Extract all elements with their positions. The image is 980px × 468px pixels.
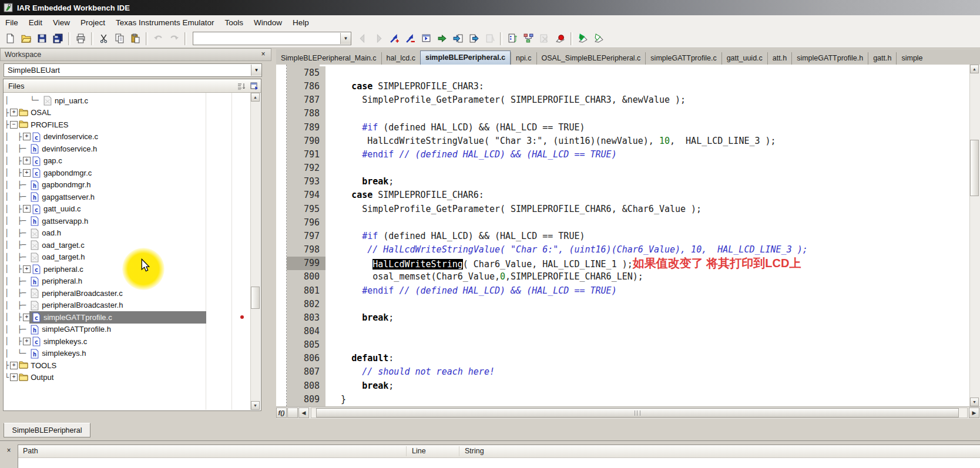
scroll-down-icon[interactable]: ▼ bbox=[970, 398, 979, 406]
toggle-breakpoint-icon[interactable] bbox=[552, 31, 568, 46]
editor-tab-simplebleperipheral-c[interactable]: simpleBLEPeripheral.c bbox=[420, 50, 511, 65]
tree-scrollbar-thumb[interactable] bbox=[251, 287, 260, 309]
print-icon[interactable] bbox=[73, 31, 89, 46]
editor-tab-gatt-uuid-c[interactable]: gatt_uuid.c bbox=[721, 52, 767, 65]
tree-item-gapbondmgr-c[interactable]: │ ├+cgapbondmgr.c bbox=[5, 167, 252, 179]
save-all-icon[interactable] bbox=[50, 31, 66, 46]
editor-vscrollbar[interactable]: ▲ ▼ bbox=[969, 65, 980, 406]
file-options-icon[interactable] bbox=[248, 80, 261, 91]
browse-symbols-icon[interactable] bbox=[505, 31, 521, 46]
compile-icon[interactable] bbox=[450, 31, 466, 46]
expand-icon[interactable]: + bbox=[23, 169, 31, 177]
editor-hscrollbar[interactable]: f() ◀ ▶ bbox=[276, 406, 980, 419]
build-all-icon[interactable] bbox=[466, 31, 482, 46]
cut-icon[interactable] bbox=[96, 31, 112, 46]
tree-item-tools[interactable]: ├+TOOLS bbox=[5, 359, 252, 372]
menu-file[interactable]: File bbox=[0, 16, 24, 29]
expand-icon[interactable]: + bbox=[23, 205, 31, 213]
chevron-down-icon[interactable]: ▼ bbox=[340, 33, 351, 44]
editor-tab-osal-simplebleperipheral-c[interactable]: OSAL_SimpleBLEPeripheral.c bbox=[536, 52, 646, 65]
tree-item-devinfoservice-c[interactable]: │ ├+cdevinfoservice.c bbox=[5, 131, 252, 143]
scroll-up-icon[interactable]: ▲ bbox=[251, 93, 260, 102]
copy-icon[interactable] bbox=[112, 31, 127, 46]
editor-hscrollbar-thumb[interactable] bbox=[316, 408, 959, 418]
menu-edit[interactable]: Edit bbox=[24, 16, 48, 29]
menu-help[interactable]: Help bbox=[287, 16, 314, 29]
expand-icon[interactable]: + bbox=[23, 314, 31, 321]
tree-item-profiles[interactable]: ├−PROFILES bbox=[5, 119, 252, 131]
tree-item-simplegattprofile-c[interactable]: │ ├+csimpleGATTprofile.c bbox=[5, 311, 252, 324]
paste-icon[interactable] bbox=[127, 31, 143, 46]
goto-source-icon[interactable] bbox=[418, 31, 434, 46]
menu-view[interactable]: View bbox=[48, 16, 75, 29]
editor-tab-att-h[interactable]: att.h bbox=[767, 52, 791, 65]
tree-scrollbar[interactable]: ▲ ▼ bbox=[250, 93, 260, 410]
debug-without-downloading-icon[interactable] bbox=[591, 31, 607, 46]
expand-icon[interactable]: + bbox=[23, 157, 31, 164]
editor-hscrollbar-track[interactable] bbox=[311, 408, 968, 418]
tree-item-gatt-uuid-c[interactable]: │ ├+cgatt_uuid.c bbox=[5, 203, 252, 216]
expand-icon[interactable]: + bbox=[10, 373, 18, 381]
editor-tab-hal-lcd-c[interactable]: hal_lcd.c bbox=[381, 52, 420, 65]
editor-vscrollbar-thumb[interactable] bbox=[970, 140, 979, 196]
editor-tab-simplegattprofile-h[interactable]: simpleGATTprofile.h bbox=[791, 52, 868, 65]
download-and-debug-icon[interactable] bbox=[575, 31, 591, 46]
collapse-icon[interactable]: − bbox=[10, 121, 18, 129]
sort-order-icon[interactable] bbox=[235, 80, 248, 91]
split-window-button[interactable] bbox=[287, 408, 298, 418]
tree-item-gapbondmgr-h[interactable]: │ ├─ hgapbondmgr.h bbox=[5, 179, 252, 191]
scroll-right-icon[interactable]: ▶ bbox=[969, 408, 979, 418]
editor-tab-simplegattprofile-c[interactable]: simpleGATTprofile.c bbox=[645, 52, 721, 65]
call-graph-icon[interactable] bbox=[521, 31, 536, 46]
configuration-select[interactable]: SimpleBLEUart ▼ bbox=[4, 63, 262, 77]
tree-item-simplekeys-c[interactable]: │ ├+csimplekeys.c bbox=[5, 335, 252, 348]
function-list-button[interactable]: f() bbox=[276, 408, 287, 418]
expand-icon[interactable]: + bbox=[23, 265, 31, 273]
tree-item-oad-target-h[interactable]: │ ├─ oad_target.h bbox=[5, 251, 252, 264]
next-bookmark-icon[interactable] bbox=[402, 31, 418, 46]
workspace-close-icon[interactable]: × bbox=[259, 50, 268, 59]
tree-item-osal[interactable]: ├+OSAL bbox=[5, 107, 252, 119]
menu-window[interactable]: Window bbox=[249, 16, 287, 29]
expand-icon[interactable]: + bbox=[23, 338, 31, 345]
tree-item-oad-target-c[interactable]: │ ├─ oad_target.c bbox=[5, 239, 252, 251]
editor-tab-simple[interactable]: simple bbox=[896, 52, 927, 65]
editor-tab-simplebleperipheral-main-c[interactable]: SimpleBLEPeripheral_Main.c bbox=[276, 52, 381, 65]
code-editor[interactable]: 785786 case SIMPLEPROFILE_CHAR3:787 Simp… bbox=[276, 65, 980, 406]
tree-item-simplegattprofile-h[interactable]: │ ├─ hsimpleGATTprofile.h bbox=[5, 324, 252, 336]
tree-item-simplekeys-h[interactable]: │ └─ hsimplekeys.h bbox=[5, 348, 252, 360]
tree-item-peripheral-h[interactable]: │ ├─ hperipheral.h bbox=[5, 275, 252, 288]
open-file-icon[interactable] bbox=[18, 31, 34, 46]
tree-item-output[interactable]: └+Output bbox=[5, 372, 252, 384]
tree-item-devinfoservice-h[interactable]: │ ├─ hdevinfoservice.h bbox=[5, 143, 252, 155]
expand-icon[interactable]: + bbox=[10, 109, 18, 116]
menu-texas-instruments-emulator[interactable]: Texas Instruments Emulator bbox=[110, 16, 219, 29]
tree-item-gapgattserver-h[interactable]: │ ├─ hgapgattserver.h bbox=[5, 191, 252, 203]
expand-icon[interactable]: + bbox=[23, 133, 31, 140]
panel-close-icon[interactable]: × bbox=[4, 447, 14, 456]
scroll-up-icon[interactable]: ▲ bbox=[970, 65, 979, 73]
editor-tab-gatt-h[interactable]: gatt.h bbox=[868, 52, 896, 65]
code-lines[interactable]: 785786 case SIMPLEPROFILE_CHAR3:787 Simp… bbox=[276, 66, 969, 406]
scroll-left-icon[interactable]: ◀ bbox=[298, 408, 309, 418]
menu-project[interactable]: Project bbox=[75, 16, 110, 29]
tree-item-npi-uart-c[interactable]: │ └─ npi_uart.c bbox=[5, 95, 252, 107]
workspace-tab[interactable]: SimpleBLEPeripheral bbox=[4, 423, 90, 437]
scroll-down-icon[interactable]: ▼ bbox=[251, 401, 260, 410]
tree-item-peripheralbroadcaster-c[interactable]: │ ├─ peripheralBroadcaster.c bbox=[5, 287, 252, 299]
tree-item-gap-c[interactable]: │ ├+cgap.c bbox=[5, 155, 252, 167]
toolbar-combo[interactable]: ▼ bbox=[193, 32, 351, 45]
menu-tools[interactable]: Tools bbox=[219, 16, 249, 29]
tree-item-oad-h[interactable]: │ ├─ oad.h bbox=[5, 227, 252, 240]
save-icon[interactable] bbox=[34, 31, 50, 46]
panel-splitter[interactable] bbox=[271, 48, 276, 440]
new-document-icon[interactable] bbox=[2, 31, 18, 46]
tree-item-peripheral-c[interactable]: │ ├+cperipheral.c bbox=[5, 263, 252, 275]
toggle-bookmark-icon[interactable] bbox=[387, 31, 402, 46]
tree-item-peripheralbroadcaster-h[interactable]: │ ├─ peripheralBroadcaster.h bbox=[5, 299, 252, 312]
editor-tab-npi-c[interactable]: npi.c bbox=[511, 52, 536, 65]
make-icon[interactable] bbox=[434, 31, 450, 46]
chevron-down-icon[interactable]: ▼ bbox=[251, 65, 261, 76]
tree-item-gattservapp-h[interactable]: │ ├─ hgattservapp.h bbox=[5, 215, 252, 227]
expand-icon[interactable]: + bbox=[10, 362, 18, 369]
